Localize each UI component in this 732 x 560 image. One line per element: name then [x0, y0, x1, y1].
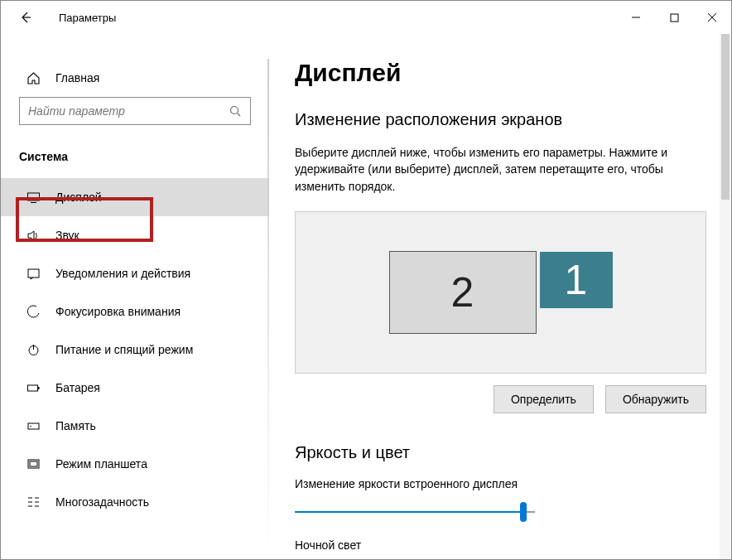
page-title: Дисплей: [295, 59, 706, 87]
brightness-slider[interactable]: [295, 504, 535, 520]
svg-point-4: [231, 106, 238, 113]
home-icon: [26, 70, 41, 85]
svg-rect-16: [30, 461, 37, 466]
sidebar-item-label: Уведомления и действия: [55, 267, 190, 280]
sidebar-item-battery[interactable]: Батарея: [1, 369, 269, 407]
notifications-icon: [26, 266, 41, 281]
sidebar-item-label: Память: [55, 419, 96, 432]
monitor-1[interactable]: 1: [540, 252, 613, 308]
svg-rect-12: [38, 387, 40, 389]
slider-fill: [295, 511, 523, 513]
sidebar-item-power[interactable]: Питание и спящий режим: [1, 331, 269, 369]
battery-icon: [26, 380, 41, 395]
svg-rect-13: [28, 423, 39, 429]
brightness-slider-label: Изменение яркости встроенного дисплея: [295, 477, 706, 490]
minimize-button[interactable]: [617, 1, 655, 34]
svg-rect-11: [27, 385, 37, 391]
sidebar-item-label: Многозадачность: [55, 495, 149, 509]
sound-icon: [26, 228, 41, 243]
sidebar-item-label: Батарея: [55, 381, 100, 394]
multitasking-icon: [26, 495, 41, 509]
window-title: Параметры: [42, 12, 116, 24]
svg-rect-1: [671, 14, 678, 22]
scrollbar[interactable]: [720, 34, 731, 559]
svg-point-14: [30, 425, 31, 427]
sidebar-item-label: Главная: [55, 71, 99, 84]
slider-thumb[interactable]: [520, 502, 527, 522]
back-button[interactable]: [9, 1, 42, 34]
svg-line-5: [238, 113, 241, 116]
monitor-2[interactable]: 2: [389, 251, 537, 334]
sidebar-item-multitasking[interactable]: Многозадачность: [1, 483, 269, 521]
sidebar-item-notifications[interactable]: Уведомления и действия: [1, 254, 269, 292]
sidebar-item-label: Звук: [55, 229, 79, 242]
sidebar-item-label: Дисплей: [55, 191, 102, 204]
sidebar-item-label: Питание и спящий режим: [55, 343, 193, 356]
search-icon: [229, 105, 242, 118]
sidebar-item-home[interactable]: Главная: [1, 59, 269, 97]
sidebar-section-label: Система: [1, 142, 269, 178]
close-button[interactable]: [693, 1, 731, 34]
night-light-label: Ночной свет: [295, 538, 706, 552]
identify-button[interactable]: Определить: [494, 385, 594, 413]
sidebar-item-sound[interactable]: Звук: [1, 216, 269, 254]
brightness-heading: Яркость и цвет: [295, 443, 706, 462]
sidebar-item-storage[interactable]: Память: [1, 407, 269, 445]
sidebar-divider: [267, 59, 269, 559]
search-input-wrap[interactable]: [19, 97, 251, 125]
maximize-button[interactable]: [655, 1, 693, 34]
display-icon: [26, 190, 41, 205]
svg-rect-6: [27, 193, 39, 200]
sidebar-item-label: Фокусировка внимания: [55, 305, 181, 318]
sidebar-item-focus[interactable]: Фокусировка внимания: [1, 292, 269, 331]
display-arrangement-canvas[interactable]: 2 1: [295, 211, 706, 374]
sidebar-item-tablet[interactable]: Режим планшета: [1, 445, 269, 483]
scrollbar-thumb[interactable]: [721, 34, 730, 200]
svg-rect-8: [28, 269, 39, 278]
power-icon: [26, 342, 41, 357]
tablet-icon: [26, 456, 41, 471]
rearrange-instruction: Выберите дисплей ниже, чтобы изменить ег…: [295, 144, 706, 195]
storage-icon: [26, 418, 41, 433]
focus-icon: [26, 304, 41, 319]
search-input[interactable]: [28, 104, 229, 118]
detect-button[interactable]: Обнаружить: [605, 385, 706, 413]
rearrange-heading: Изменение расположения экранов: [295, 110, 706, 129]
sidebar-item-label: Режим планшета: [55, 457, 147, 471]
sidebar-item-display[interactable]: Дисплей: [1, 178, 269, 216]
